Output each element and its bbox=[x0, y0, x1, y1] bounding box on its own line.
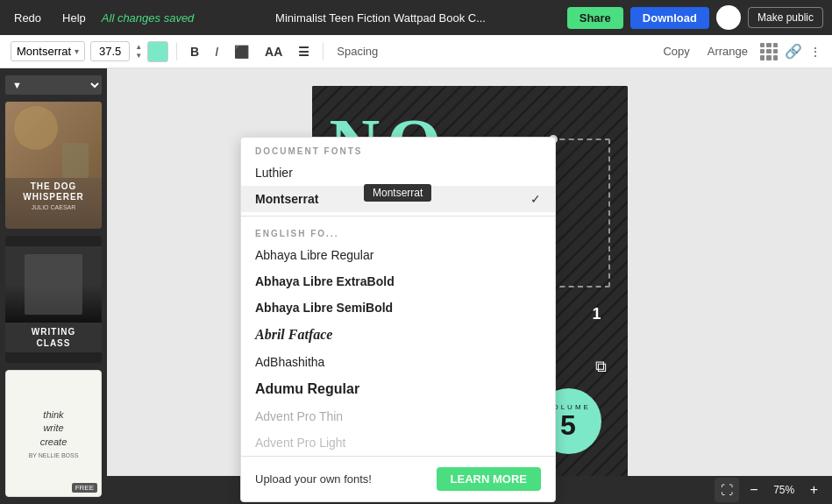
font-item-adbhashitha[interactable]: AdBhashitha bbox=[241, 349, 555, 375]
font-name: Advent Pro Thin bbox=[255, 409, 343, 423]
saved-status: All changes saved bbox=[102, 11, 195, 25]
font-item-abhaya-regular[interactable]: Abhaya Libre Regular bbox=[241, 242, 555, 268]
font-scroll-list[interactable]: Abhaya Libre Regular Abhaya Libre ExtraB… bbox=[241, 242, 555, 456]
card3-title: thinkwritecreate bbox=[40, 408, 68, 449]
copy-button[interactable]: Copy bbox=[658, 41, 694, 61]
share-button[interactable]: Share bbox=[567, 7, 623, 29]
font-name: Abril Fatface bbox=[255, 327, 332, 343]
font-family-value: Montserrat bbox=[17, 45, 71, 58]
grid-dot bbox=[760, 49, 764, 53]
font-name: AdBhashitha bbox=[255, 355, 324, 369]
spacing-label: Spacing bbox=[337, 45, 378, 58]
more-options-icon[interactable]: ⋮ bbox=[809, 45, 821, 59]
font-size-up-icon[interactable]: ▲ bbox=[135, 43, 142, 51]
circle-number: 5 bbox=[560, 411, 576, 439]
topbar-left: Redo Help All changes saved bbox=[9, 8, 194, 28]
font-item-abril[interactable]: Abril Fatface bbox=[241, 321, 555, 349]
grid-icon[interactable] bbox=[760, 43, 778, 60]
grid-dot bbox=[773, 43, 778, 47]
arrange-button[interactable]: Arrange bbox=[702, 41, 753, 61]
card1-author: JULIO CAESAR bbox=[23, 204, 84, 210]
avatar[interactable] bbox=[716, 5, 741, 30]
chevron-down-icon: ▾ bbox=[75, 46, 79, 56]
toolbar-right-group: Copy Arrange 🔗 ⋮ bbox=[658, 41, 821, 61]
fullscreen-button[interactable]: ⛶ bbox=[715, 478, 739, 502]
font-item-abhaya-semibold[interactable]: Abhaya Libre SemiBold bbox=[241, 295, 555, 321]
align-button[interactable]: ⬛ bbox=[229, 41, 254, 62]
canvas-area[interactable]: NOTE N G A 1 ⧉ FICIENT TION VOLUME 5 PUB… bbox=[107, 68, 832, 504]
sidebar: ▼ THE DOGWHISPERER JULIO CAESAR bbox=[0, 68, 107, 504]
grid-dot bbox=[773, 55, 778, 60]
checkmark-icon: ✓ bbox=[530, 192, 541, 206]
upload-fonts-text: Upload your own fonts! bbox=[255, 472, 372, 486]
card1-title: THE DOGWHISPERER bbox=[23, 181, 84, 202]
font-tooltip: Montserrat bbox=[364, 184, 431, 202]
font-color-button[interactable] bbox=[147, 41, 168, 62]
font-footer: Upload your own fonts! LEARN MORE bbox=[241, 456, 555, 501]
grid-dot bbox=[773, 49, 778, 53]
font-size-input[interactable] bbox=[90, 41, 130, 61]
font-name: Adumu Regular bbox=[255, 381, 359, 397]
italic-button[interactable]: I bbox=[210, 41, 224, 62]
font-family-selector[interactable]: Montserrat ▾ bbox=[11, 41, 85, 61]
make-public-button[interactable]: Make public bbox=[748, 7, 823, 28]
separator2 bbox=[323, 43, 324, 60]
font-name: Advent Pro Light bbox=[255, 436, 346, 450]
sidebar-card-2[interactable]: WRITINGCLASS bbox=[5, 236, 102, 363]
help-button[interactable]: Help bbox=[57, 8, 91, 28]
canvas-page-number: 1 bbox=[592, 305, 601, 323]
grid-dot bbox=[760, 43, 764, 47]
bold-button[interactable]: B bbox=[185, 41, 204, 62]
zoom-level: 75% bbox=[769, 484, 800, 496]
aa-button[interactable]: AA bbox=[260, 41, 288, 62]
topbar-right: Share Download Make public bbox=[567, 5, 823, 30]
card3-author: BY NELLIE BOSS bbox=[29, 452, 79, 458]
learn-more-button[interactable]: LEARN MORE bbox=[437, 467, 541, 491]
font-item-advent-thin[interactable]: Advent Pro Thin bbox=[241, 403, 555, 429]
font-item-abhaya-extrabold[interactable]: Abhaya Libre ExtraBold bbox=[241, 268, 555, 295]
document-title: Minimalist Teen Fiction Wattpad Book C..… bbox=[275, 11, 486, 25]
link-icon[interactable]: 🔗 bbox=[785, 43, 802, 60]
font-name: Abhaya Libre SemiBold bbox=[255, 301, 393, 315]
sidebar-card-1[interactable]: THE DOGWHISPERER JULIO CAESAR bbox=[5, 102, 102, 229]
font-divider bbox=[241, 216, 555, 217]
main-area: ▼ THE DOGWHISPERER JULIO CAESAR bbox=[0, 68, 832, 504]
sidebar-control: ▼ bbox=[5, 75, 102, 95]
grid-dot bbox=[766, 43, 771, 47]
font-item-luthier[interactable]: Luthier bbox=[241, 160, 555, 186]
font-name: Abhaya Libre ExtraBold bbox=[255, 274, 395, 288]
grid-dot bbox=[760, 55, 764, 60]
topbar: Redo Help All changes saved Minimalist T… bbox=[0, 0, 832, 35]
download-button[interactable]: Download bbox=[630, 7, 709, 29]
toolbar: Montserrat ▾ ▲ ▼ B I ⬛ AA ☰ Spacing Copy… bbox=[0, 35, 832, 68]
free-badge: FREE bbox=[72, 483, 97, 493]
canvas-duplicate-icon[interactable]: ⧉ bbox=[595, 358, 607, 376]
document-fonts-header: DOCUMENT FONTS bbox=[241, 138, 555, 160]
grid-dot bbox=[766, 49, 771, 53]
topbar-center: Minimalist Teen Fiction Wattpad Book C..… bbox=[204, 11, 556, 25]
separator bbox=[176, 43, 177, 60]
font-size-down-icon[interactable]: ▼ bbox=[135, 52, 142, 60]
font-size-stepper[interactable]: ▲ ▼ bbox=[135, 43, 142, 60]
sidebar-card-3[interactable]: thinkwritecreate BY NELLIE BOSS FREE bbox=[5, 370, 102, 497]
font-dropdown-panel: DOCUMENT FONTS Luthier Montserrat ✓ Mont… bbox=[240, 137, 556, 502]
sidebar-dropdown[interactable]: ▼ bbox=[5, 75, 102, 95]
font-name: Luthier bbox=[255, 166, 293, 180]
card2-title: WRITINGCLASS bbox=[9, 326, 98, 349]
zoom-out-button[interactable]: − bbox=[746, 480, 761, 500]
font-name: Abhaya Libre Regular bbox=[255, 248, 373, 262]
font-item-adumu[interactable]: Adumu Regular bbox=[241, 375, 555, 403]
font-item-montserrat[interactable]: Montserrat ✓ Montserrat bbox=[241, 186, 555, 212]
font-item-advent-light[interactable]: Advent Pro Light bbox=[241, 429, 555, 456]
font-name: Montserrat bbox=[255, 192, 318, 206]
redo-button[interactable]: Redo bbox=[9, 8, 46, 28]
zoom-in-button[interactable]: + bbox=[807, 480, 821, 500]
list-button[interactable]: ☰ bbox=[293, 41, 315, 62]
english-fonts-header: ENGLISH FO... bbox=[241, 220, 555, 242]
grid-dot bbox=[766, 55, 771, 60]
